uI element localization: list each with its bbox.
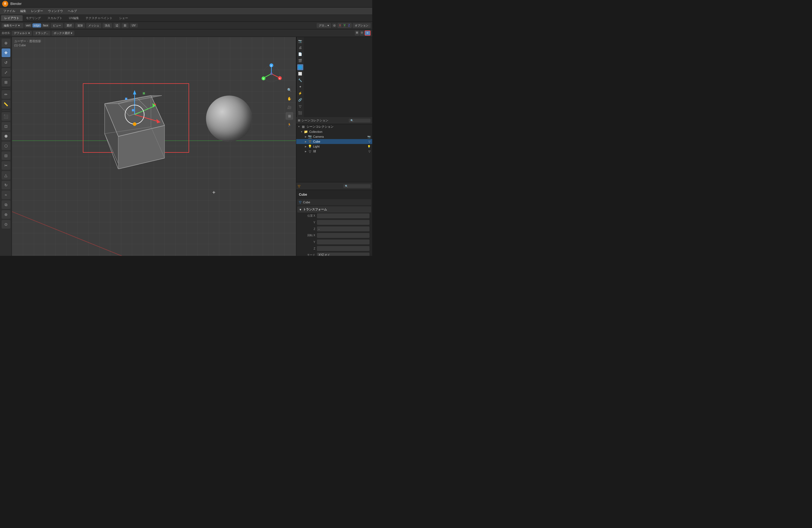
prop-tab-render[interactable]: 📷	[297, 38, 303, 44]
shear-tool[interactable]: ⧉	[2, 200, 10, 209]
edge-mode-btn[interactable]: edge	[32, 24, 41, 28]
orientation-gizmo[interactable]: Z X Y	[261, 63, 282, 85]
viewport-3d[interactable]: ユーザー・透視投影 (1) Cube	[12, 37, 296, 256]
zoom-in-btn[interactable]: 🔍	[286, 86, 293, 94]
cursor-tool[interactable]: ⊕	[2, 39, 10, 47]
tab-sculpt[interactable]: スカルプト	[44, 15, 66, 21]
outliner-item-camera[interactable]: ▶ 📷 Camera 📷	[296, 134, 372, 139]
svg-text:Z: Z	[271, 64, 272, 67]
properties-search[interactable]: 🔍	[343, 184, 371, 188]
menu-render[interactable]: レンダー	[29, 9, 45, 14]
annotate-tool[interactable]: ✏	[2, 90, 10, 99]
outliner-item-cube[interactable]: ▶ ▽ Cube ▽	[296, 139, 372, 144]
options-menu[interactable]: オプション	[352, 23, 371, 28]
extrude-tool[interactable]: ⊡	[2, 122, 10, 131]
outliner-icon: ⊞	[298, 119, 300, 122]
tab-modeling[interactable]: モデリング	[23, 15, 44, 21]
prop-tab-modifier[interactable]: 🔧	[297, 77, 303, 83]
outliner-item-collection[interactable]: ▼ 📁 Collection	[296, 129, 372, 134]
camera-restrict-icon[interactable]: 📷	[367, 135, 371, 138]
coord-system-dropdown[interactable]: デフォルト ▾	[12, 31, 32, 36]
rot-y-value[interactable]	[317, 240, 369, 244]
prop-tab-world[interactable]: 🌐	[297, 64, 303, 70]
pan-btn[interactable]: ✋	[286, 95, 293, 102]
rot-x-value[interactable]	[317, 233, 369, 238]
view-menu[interactable]: ビュー	[51, 23, 63, 28]
properties-panel: ▽ 🔍 Cube ▽ Cube	[296, 182, 372, 256]
face-menu[interactable]: 面	[121, 23, 129, 28]
mesh-menu[interactable]: メッシュ	[86, 23, 101, 28]
viewport-subheader: 座標系: デフォルト ▾ ドラッグ... ボックス選択 ▾ ⊞ ⊙ 👁	[0, 29, 372, 37]
move-tool[interactable]: ✥	[2, 48, 10, 57]
bevel-tool[interactable]: ⬡	[2, 141, 10, 150]
rot-z-value[interactable]	[317, 246, 369, 251]
poly-build-tool[interactable]: △	[2, 171, 10, 180]
knife-tool[interactable]: ✂	[2, 161, 10, 170]
mode-selector[interactable]: 編集モード ▾	[2, 23, 24, 28]
z-axis-btn[interactable]: Z	[347, 24, 351, 27]
menu-file[interactable]: ファイル	[1, 9, 17, 14]
transform-tool[interactable]: ⊞	[2, 78, 10, 87]
prop-tab-constraints[interactable]: 🔗	[297, 97, 303, 103]
camera-view-btn[interactable]: 🎥	[286, 103, 293, 111]
menu-edit[interactable]: 編集	[18, 9, 28, 14]
light-restrict-icon[interactable]: 💡	[367, 145, 371, 148]
prop-tab-output[interactable]: 🖨	[297, 45, 303, 51]
push-pull-tool[interactable]: ⊙	[2, 220, 10, 229]
outliner-search[interactable]: 🔍	[349, 119, 371, 122]
mesh-name: Cube	[303, 200, 310, 204]
smooth-tool[interactable]: ≈	[2, 191, 10, 199]
tab-texture-paint[interactable]: テクスチャペイント	[82, 15, 116, 21]
shrink-tool[interactable]: ⊛	[2, 210, 10, 219]
proportional-edit2[interactable]: ⊙	[360, 30, 364, 36]
edge-menu[interactable]: 辺	[113, 23, 120, 28]
vert-mode-btn[interactable]: vert	[25, 24, 32, 28]
scale-tool[interactable]: ⤢	[2, 68, 10, 77]
inset-tool[interactable]: ⬢	[2, 132, 10, 140]
add-menu[interactable]: 追加	[75, 23, 85, 28]
outliner-item-light[interactable]: ▶ 💡 Light 💡	[296, 144, 372, 149]
vertex-menu[interactable]: 頂点	[102, 23, 112, 28]
loop-cut-tool[interactable]: ⊟	[2, 151, 10, 160]
x-axis-btn[interactable]: X	[338, 24, 342, 27]
cube-restrict-icon[interactable]: ▽	[368, 140, 371, 143]
tab-shader[interactable]: シェー	[116, 15, 131, 21]
spin-tool[interactable]: ↻	[2, 181, 10, 190]
proportional-edit[interactable]: ⊙	[332, 24, 336, 28]
select-menu[interactable]: 選択	[64, 23, 74, 28]
snap-btn[interactable]: ⊞	[355, 30, 359, 36]
prop-tab-object-data[interactable]: ▽	[297, 103, 303, 109]
prop-tab-scene[interactable]: 🎬	[297, 58, 303, 64]
show-overlay[interactable]: 👁	[365, 30, 371, 36]
pos-y-value[interactable]	[317, 220, 369, 225]
transform-section-header[interactable]: ▼ トランスフォーム	[297, 206, 371, 213]
pos-x-value[interactable]	[317, 213, 369, 218]
sphere-restrict-icon[interactable]: ▽	[368, 150, 371, 153]
menu-help[interactable]: ヘルプ	[66, 9, 79, 14]
menu-window[interactable]: ウィンドウ	[46, 9, 65, 14]
outliner-item-scene-collection[interactable]: ▼ ⊞ シーンコレクション	[296, 124, 372, 129]
prop-tab-material[interactable]: ⬛	[297, 110, 303, 116]
render-view-btn[interactable]: ⊞	[286, 112, 293, 120]
uv-menu[interactable]: UV	[130, 24, 138, 28]
measure-tool[interactable]: 📏	[2, 100, 10, 109]
tab-uv[interactable]: UV編集	[66, 15, 82, 21]
walk-nav-btn[interactable]: 🏃	[286, 121, 293, 129]
drag-dropdown[interactable]: ドラッグ...	[33, 31, 50, 36]
select-box-dropdown[interactable]: ボックス選択 ▾	[52, 31, 74, 36]
prop-tab-particles[interactable]: ✦	[297, 84, 303, 90]
transform-menu[interactable]: グロ... ▾	[317, 23, 331, 28]
face-mode-btn[interactable]: face	[42, 24, 49, 28]
rotate-tool[interactable]: ↺	[2, 58, 10, 67]
tab-layout[interactable]: レイアウト	[1, 15, 23, 21]
y-axis-btn[interactable]: Y	[343, 24, 347, 27]
mode-value[interactable]: XYZ オイ	[317, 253, 369, 256]
prop-panel-icon: ▽	[298, 184, 300, 188]
prop-tab-physics[interactable]: ⚡	[297, 90, 303, 96]
outliner-item-sphere[interactable]: ▶ ▽ 球 ▽	[296, 149, 372, 154]
add-cube-tool[interactable]: ⬛	[2, 112, 10, 121]
viewport-grid	[12, 37, 296, 256]
pos-z-value[interactable]: -	[317, 226, 369, 231]
prop-tab-object[interactable]: ⬜	[297, 71, 303, 77]
prop-tab-view-layer[interactable]: 📄	[297, 51, 303, 57]
